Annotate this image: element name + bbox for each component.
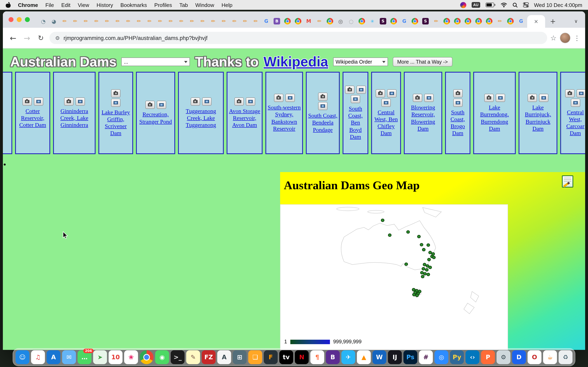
- menu-window[interactable]: Window: [195, 2, 214, 8]
- reload-button[interactable]: ↻: [35, 34, 46, 42]
- dam-map-marker[interactable]: [420, 243, 423, 246]
- camera-icon[interactable]: [565, 89, 574, 98]
- dock-messages[interactable]: …204: [78, 350, 91, 364]
- dock-vscode[interactable]: ‹›: [466, 350, 479, 364]
- dam-link[interactable]: Recreation, Stranger Pond: [138, 111, 173, 125]
- tab-pencil[interactable]: ✏: [102, 15, 112, 27]
- menu-history[interactable]: History: [96, 2, 113, 8]
- camera-icon[interactable]: [111, 89, 121, 98]
- dam-link[interactable]: South-western Sydney, Bankstown Reservoi…: [267, 104, 301, 132]
- film-icon[interactable]: [387, 89, 397, 98]
- film-icon[interactable]: [75, 98, 85, 106]
- dam-link[interactable]: Lake Burrendong, Burrendong Dam: [475, 104, 514, 132]
- close-tab-icon[interactable]: ×: [534, 18, 538, 24]
- tab-clock[interactable]: ◕: [49, 15, 59, 27]
- zoom-window-button[interactable]: [25, 17, 30, 22]
- camera-icon[interactable]: [527, 94, 537, 102]
- film-icon[interactable]: [576, 89, 585, 98]
- tab-dotted[interactable]: ◌: [346, 15, 356, 27]
- menu-profiles[interactable]: Profiles: [154, 2, 172, 8]
- active-tab[interactable]: ×: [527, 15, 545, 27]
- forward-button[interactable]: →: [22, 33, 32, 42]
- film-icon[interactable]: [356, 86, 366, 94]
- dock-trash[interactable]: ♻: [559, 350, 572, 364]
- camera-icon[interactable]: [145, 101, 155, 109]
- camera-icon[interactable]: [484, 94, 493, 102]
- control-center-icon[interactable]: [523, 2, 528, 7]
- note-edit-icon[interactable]: [562, 175, 573, 188]
- dam-map-marker[interactable]: [427, 273, 430, 276]
- tab-pencil[interactable]: ✏: [197, 15, 208, 27]
- new-tab-button[interactable]: +: [548, 16, 558, 26]
- dam-link[interactable]: Central West, Carcoar Dam: [562, 109, 585, 137]
- dock-finder[interactable]: ☺: [16, 350, 29, 364]
- dam-link[interactable]: South Coast, Brogo Dam: [447, 109, 469, 137]
- tab-google[interactable]: G: [399, 15, 410, 27]
- dock-photoshop[interactable]: Ps: [403, 350, 417, 364]
- tab-chrome[interactable]: [293, 15, 303, 27]
- dock-settings[interactable]: ⚙: [497, 350, 510, 364]
- dock-intellij[interactable]: IJ: [388, 350, 402, 364]
- dam-map-marker[interactable]: [388, 234, 391, 236]
- camera-icon[interactable]: [318, 93, 328, 101]
- order-select-dropdown[interactable]: Wikipedia Order: [333, 58, 388, 66]
- profile-avatar[interactable]: [560, 33, 571, 43]
- tab-pencil[interactable]: ✏: [123, 15, 134, 27]
- site-settings-icon[interactable]: ⚙: [55, 35, 60, 41]
- tab-chrome[interactable]: [441, 15, 452, 27]
- dock-facetime[interactable]: ◉: [155, 350, 169, 364]
- geo-map-canvas[interactable]: 1 999,999,999: [280, 204, 508, 350]
- wikipedia-link[interactable]: Wikipedia: [264, 54, 328, 70]
- tab-pencil[interactable]: ✏: [59, 15, 70, 27]
- dam-map-marker[interactable]: [429, 251, 432, 254]
- dam-map-marker[interactable]: [417, 235, 420, 238]
- dock-chrome[interactable]: [140, 350, 154, 364]
- dam-link[interactable]: Cotter Reservoir, Cotter Dam: [17, 108, 49, 128]
- dock-slack[interactable]: #: [419, 350, 433, 364]
- dock-notes[interactable]: ✎: [186, 350, 200, 364]
- dam-select-dropdown[interactable]: ...: [121, 58, 190, 66]
- dock-bootstrap[interactable]: B: [326, 350, 340, 364]
- dam-link[interactable]: South Coast, Bendeela Pondage: [307, 112, 338, 133]
- tab-pencil[interactable]: ✏: [187, 15, 197, 27]
- dock-maps[interactable]: ➤: [93, 350, 107, 364]
- film-icon[interactable]: [571, 99, 580, 107]
- tab-pencil[interactable]: ✏: [134, 15, 144, 27]
- dam-map-marker[interactable]: [428, 258, 431, 261]
- film-icon[interactable]: [539, 94, 548, 102]
- tab-chrome[interactable]: [410, 15, 420, 27]
- tab-target[interactable]: ◎: [335, 15, 346, 27]
- menu-help[interactable]: Help: [222, 2, 233, 8]
- dock-textedit[interactable]: A: [217, 350, 231, 364]
- film-icon[interactable]: [111, 99, 121, 107]
- menu-bar-clock[interactable]: Wed 10 Dec 4:00pm: [534, 2, 582, 8]
- dam-link[interactable]: Avon Storage Reservoir, Avon Dam: [228, 108, 261, 128]
- browser-menu-icon[interactable]: ⋮: [574, 34, 580, 42]
- tab-google[interactable]: G: [516, 15, 526, 27]
- camera-icon[interactable]: [413, 94, 422, 102]
- minimize-window-button[interactable]: [17, 17, 22, 22]
- dam-map-marker[interactable]: [413, 293, 416, 296]
- tab-search-chevron-icon[interactable]: ∨: [571, 18, 581, 24]
- tab-chrome[interactable]: [463, 15, 473, 27]
- tab-pencil[interactable]: ✏: [240, 15, 250, 27]
- address-bar[interactable]: ⚙ rjmprogramming.com.au/PHP/australian_d…: [49, 32, 547, 44]
- film-icon[interactable]: [351, 95, 360, 103]
- tab-chrome[interactable]: [282, 15, 293, 27]
- film-icon[interactable]: [285, 94, 295, 102]
- camera-icon[interactable]: [453, 89, 462, 98]
- tab-bootstrap[interactable]: B: [272, 15, 282, 27]
- tab-chrome[interactable]: [473, 15, 484, 27]
- wifi-icon[interactable]: [501, 2, 507, 7]
- menu-tab[interactable]: Tab: [180, 2, 188, 8]
- tab-pencil[interactable]: ✏: [144, 15, 155, 27]
- camera-icon[interactable]: [190, 98, 200, 106]
- tab-slack[interactable]: S: [378, 15, 388, 27]
- film-icon[interactable]: [202, 98, 211, 106]
- tab-pencil[interactable]: ✏: [229, 15, 240, 27]
- dock-apple-tv[interactable]: tv: [279, 350, 293, 364]
- tab-pencil[interactable]: ✏: [112, 15, 123, 27]
- dock-opera[interactable]: O: [527, 350, 541, 364]
- camera-icon[interactable]: [234, 98, 243, 106]
- menubar-app-icon[interactable]: [460, 2, 466, 8]
